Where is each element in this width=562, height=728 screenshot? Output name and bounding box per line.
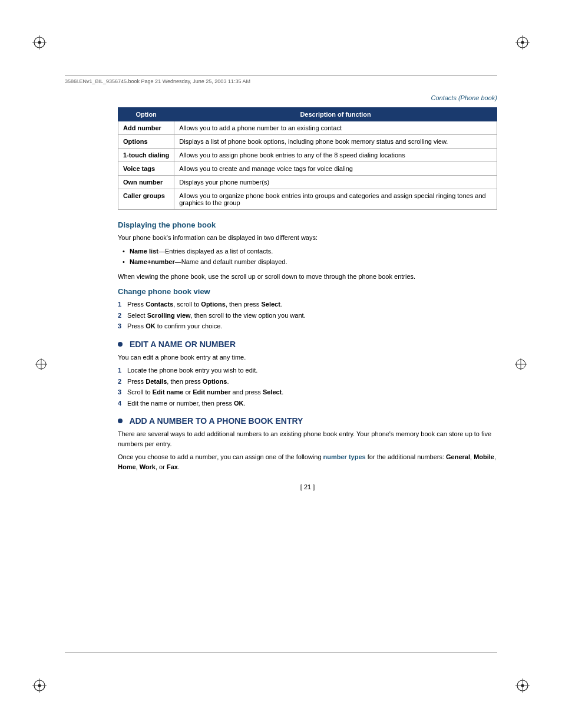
table-header-option: Option: [118, 108, 174, 121]
add-number-para2: Once you choose to add a number, you can…: [118, 452, 497, 472]
table-cell-description: Displays your phone number(s): [174, 176, 497, 189]
page-container: 3586i.ENv1_BIL_9356745.book Page 21 Wedn…: [0, 0, 562, 728]
edit-steps: 1Locate the phone book entry you wish to…: [118, 365, 497, 408]
edit-step-4: 4Edit the name or number, then press OK.: [118, 398, 497, 409]
reg-mark-mid-left: [32, 355, 50, 373]
reg-mark-top-right: [508, 35, 530, 57]
table-cell-description: Allows you to assign phone book entries …: [174, 149, 497, 162]
edit-step-1: 1Locate the phone book entry you wish to…: [118, 365, 497, 375]
table-cell-description: Allows you to organize phone book entrie…: [174, 189, 497, 210]
add-number-para1: There are several ways to add additional…: [118, 429, 497, 449]
bullet-name-number: Name+number—Name and default number disp…: [123, 257, 497, 267]
reg-mark-bottom-right: [508, 671, 530, 693]
svg-point-3: [38, 41, 41, 44]
table-row: Add numberAllows you to add a phone numb…: [118, 121, 497, 135]
step-2: 2Select Scrolling view, then scroll to t…: [118, 311, 497, 321]
step-2-num: 2: [118, 311, 121, 321]
edit-heading-text: EDIT A NAME OR NUMBER: [130, 340, 236, 349]
displaying-heading: Displaying the phone book: [118, 220, 497, 229]
add-number-heading: ADD A NUMBER TO A PHONE BOOK ENTRY: [118, 416, 497, 426]
step-1: 1Press Contacts, scroll to Options, then…: [118, 299, 497, 309]
svg-point-7: [521, 41, 524, 44]
add-number-link: number types: [323, 453, 366, 460]
table-row: Caller groupsAllows you to organize phon…: [118, 189, 497, 210]
header-text: 3586i.ENv1_BIL_9356745.book Page 21 Wedn…: [65, 78, 250, 84]
edit-step-3: 3Scroll to Edit name or Edit number and …: [118, 387, 497, 397]
table-row: Voice tagsAllows you to create and manag…: [118, 162, 497, 176]
section-add-number: ADD A NUMBER TO A PHONE BOOK ENTRY There…: [118, 416, 497, 472]
table-cell-description: Allows you to create and manage voice ta…: [174, 162, 497, 176]
edit-heading: EDIT A NAME OR NUMBER: [118, 340, 497, 349]
edit-intro: You can edit a phone book entry at any t…: [118, 353, 497, 363]
step-1-num: 1: [118, 299, 121, 309]
edit-step-2: 2Press Details, then press Options.: [118, 377, 497, 387]
displaying-intro: Your phone book's information can be dis…: [118, 233, 497, 243]
bullet-name-number-bold: Name+number: [130, 258, 175, 265]
edit-bullet-dot: [118, 342, 123, 347]
displaying-bullets: Name list—Entries displayed as a list of…: [123, 246, 497, 267]
step-3: 3Press OK to confirm your choice.: [118, 321, 497, 331]
bullet-name-list: Name list—Entries displayed as a list of…: [123, 246, 497, 256]
table-cell-option: Voice tags: [118, 162, 174, 176]
table-row: 1-touch dialingAllows you to assign phon…: [118, 149, 497, 162]
add-number-bullet-dot: [118, 419, 123, 423]
change-view-steps: 1Press Contacts, scroll to Options, then…: [118, 299, 497, 331]
table-row: OptionsDisplays a list of phone book opt…: [118, 135, 497, 149]
reg-mark-bottom-left: [32, 671, 54, 693]
table-cell-option: Options: [118, 135, 174, 149]
bottom-line: [65, 652, 497, 653]
section-edit: EDIT A NAME OR NUMBER You can edit a pho…: [118, 340, 497, 409]
reg-mark-top-left: [32, 35, 54, 57]
header-line: 3586i.ENv1_BIL_9356745.book Page 21 Wedn…: [65, 75, 497, 84]
bullet-name-number-text: —Name and default number displayed.: [175, 258, 287, 265]
step-3-num: 3: [118, 321, 121, 331]
main-content: Contacts (Phone book) Option Description…: [118, 94, 497, 496]
change-view-heading: Change phone book view: [118, 287, 497, 296]
section-change-view: Change phone book view 1Press Contacts, …: [118, 287, 497, 331]
page-number: [ 21 ]: [118, 483, 497, 490]
options-table: Option Description of function Add numbe…: [118, 107, 497, 210]
svg-point-11: [38, 684, 41, 687]
bullet-name-list-bold: Name list: [130, 248, 158, 255]
table-cell-option: Add number: [118, 121, 174, 135]
svg-point-15: [521, 684, 524, 687]
table-cell-option: 1-touch dialing: [118, 149, 174, 162]
displaying-note: When viewing the phone book, use the scr…: [118, 272, 497, 282]
page-title: Contacts (Phone book): [118, 94, 497, 101]
table-cell-option: Own number: [118, 176, 174, 189]
table-row: Own numberDisplays your phone number(s): [118, 176, 497, 189]
table-cell-description: Displays a list of phone book options, i…: [174, 135, 497, 149]
bullet-name-list-text: —Entries displayed as a list of contacts…: [158, 248, 273, 255]
section-displaying: Displaying the phone book Your phone boo…: [118, 220, 497, 281]
add-number-heading-text: ADD A NUMBER TO A PHONE BOOK ENTRY: [129, 416, 303, 426]
table-cell-option: Caller groups: [118, 189, 174, 210]
reg-mark-mid-right: [512, 355, 530, 373]
table-cell-description: Allows you to add a phone number to an e…: [174, 121, 497, 135]
table-header-description: Description of function: [174, 108, 497, 121]
add-number-para2-prefix: Once you choose to add a number, you can…: [118, 453, 323, 460]
